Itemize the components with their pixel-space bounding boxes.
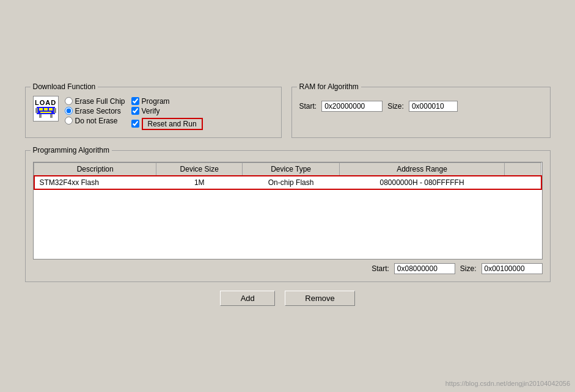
algo-start-label: Start: [372,264,389,273]
programming-algorithm-group: Programming Algorithm Description Device… [25,150,551,282]
algo-bottom-fields: Start: Size: [33,263,543,274]
watermark: https://blog.csdn.net/dengjin20104042056 [445,380,570,387]
program-label: Program [142,97,170,106]
reset-run-wrapper: Reset and Run [131,118,203,130]
cell-0: STM32F4xx Flash [34,176,156,189]
algo-size-input[interactable] [482,263,543,274]
algo-start-input[interactable] [394,263,455,274]
verify-label: Verify [142,107,160,115]
add-button[interactable]: Add [220,291,275,306]
svg-rect-8 [50,114,53,118]
svg-rect-1 [35,108,38,113]
program-option[interactable]: Program [131,97,203,106]
ram-size-input[interactable] [409,101,458,112]
erase-sectors-radio[interactable] [65,107,73,115]
erase-options: Erase Full Chip Erase Sectors Do not Era… [65,97,125,125]
col-description: Description [34,162,156,176]
download-function-title: Download Function [31,82,98,91]
col-address-range: Address Range [340,162,505,176]
do-not-erase-label: Do not Erase [75,117,118,125]
erase-sectors-option[interactable]: Erase Sectors [65,107,125,115]
do-not-erase-radio[interactable] [65,117,73,125]
col-device-type: Device Type [243,162,340,176]
cell-2: On-chip Flash [243,176,340,189]
algo-table: Description Device Size Device Type Addr… [34,162,542,190]
programming-algorithm-title: Programming Algorithm [31,146,112,154]
svg-rect-2 [54,108,56,113]
program-options: Program Verify Reset and Run [131,97,203,130]
action-buttons: Add Remove [25,291,551,306]
reset-and-run-button[interactable]: Reset and Run [142,118,203,130]
cell-1: 1M [156,176,243,189]
erase-full-chip-label: Erase Full Chip [75,97,125,106]
download-function-group: Download Function LOAD [25,87,282,138]
erase-full-chip-radio[interactable] [65,97,73,105]
col-spacer [505,162,541,176]
ram-size-label: Size: [387,102,404,111]
svg-rect-5 [49,108,53,111]
load-icon: LOAD [33,96,59,122]
cell-3: 08000000H - 080FFFFFH [340,176,505,189]
ram-start-input[interactable] [321,101,383,112]
svg-rect-3 [39,108,43,111]
table-row[interactable]: STM32F4xx Flash1MOn-chip Flash08000000H … [34,176,541,189]
algo-table-wrapper: Description Device Size Device Type Addr… [33,162,543,260]
program-checkbox[interactable] [131,97,139,105]
cell-4 [505,176,541,189]
algo-table-header: Description Device Size Device Type Addr… [34,162,541,176]
ram-for-algorithm-group: RAM for Algorithm Start: Size: [291,87,551,138]
erase-full-chip-option[interactable]: Erase Full Chip [65,97,125,106]
svg-rect-7 [39,114,42,118]
svg-rect-4 [44,108,48,111]
verify-option[interactable]: Verify [131,107,203,115]
algo-size-label: Size: [460,264,477,273]
ram-start-label: Start: [299,102,317,111]
do-not-erase-option[interactable]: Do not Erase [65,117,125,125]
reset-and-run-checkbox[interactable] [131,120,139,128]
erase-sectors-label: Erase Sectors [75,107,121,115]
ram-for-algorithm-title: RAM for Algorithm [297,82,361,91]
svg-rect-6 [40,112,51,113]
verify-checkbox[interactable] [131,107,139,115]
col-device-size: Device Size [156,162,243,176]
remove-button[interactable]: Remove [285,291,354,306]
